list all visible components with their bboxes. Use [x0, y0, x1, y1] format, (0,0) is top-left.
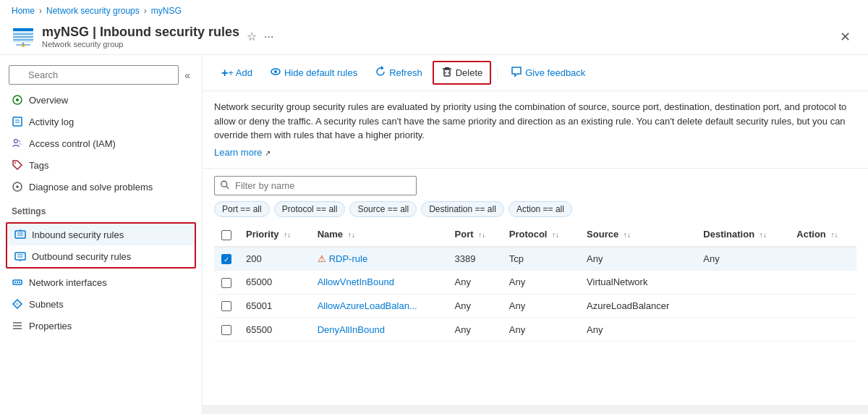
table-row: 65001AllowAzureLoadBalan...AnyAnyAzureLo…	[214, 294, 856, 318]
cell-protocol: Any	[502, 318, 579, 342]
cell-name: ⚠RDP-rule	[310, 247, 448, 271]
cell-port: Any	[448, 294, 502, 318]
content-area: + + Add Hide default rules Refresh Dele	[203, 55, 868, 414]
sidebar-item-overview[interactable]: Overview	[0, 89, 202, 111]
svg-line-44	[226, 186, 229, 189]
table-row: 65000AllowVnetInBoundAnyAnyVirtualNetwor…	[214, 271, 856, 295]
svg-point-37	[274, 70, 277, 73]
sidebar-item-inbound[interactable]: Inbound security rules	[7, 224, 195, 245]
col-header-priority[interactable]: Priority ↑↓	[239, 223, 310, 247]
cell-source: VirtualNetwork	[579, 271, 696, 295]
cell-destination: Any	[696, 247, 789, 271]
sidebar-item-activity-log[interactable]: Activity log	[0, 111, 202, 132]
cell-name: AllowVnetInBound	[310, 271, 448, 295]
filter-tags: Port == all Protocol == all Source == al…	[214, 201, 856, 217]
svg-rect-38	[444, 69, 450, 76]
row-checkbox-0[interactable]	[221, 254, 231, 264]
rules-table: Priority ↑↓ Name ↑↓ Port ↑↓ Protocol	[214, 223, 856, 342]
svg-rect-23	[15, 253, 25, 260]
description-text: Network security group security rules ar…	[214, 100, 856, 143]
sidebar-item-iam[interactable]: Access control (IAM)	[0, 132, 202, 154]
page-subtitle: Network security group	[42, 40, 239, 48]
cell-source: Any	[579, 318, 696, 342]
add-button[interactable]: + + Add	[214, 63, 260, 83]
refresh-icon	[375, 66, 386, 80]
sidebar-collapse-button[interactable]: «	[182, 67, 193, 84]
refresh-button[interactable]: Refresh	[367, 62, 430, 83]
sidebar-item-outbound[interactable]: Outbound security rules	[7, 245, 195, 267]
close-button[interactable]: ✕	[834, 26, 856, 48]
breadcrumb-nsg[interactable]: Network security groups	[46, 6, 140, 16]
filter-search-icon	[220, 179, 230, 192]
feedback-button[interactable]: Give feedback	[503, 62, 592, 83]
cell-action	[789, 271, 856, 295]
breadcrumb-current[interactable]: myNSG	[151, 6, 182, 16]
rule-name-link[interactable]: DenyAllInBound	[318, 324, 385, 335]
settings-group: Inbound security rules Outbound security…	[6, 222, 196, 269]
filter-tag-destination[interactable]: Destination == all	[421, 201, 504, 217]
filter-area: Port == all Protocol == all Source == al…	[203, 169, 868, 223]
svg-rect-19	[15, 231, 25, 238]
cell-action	[789, 318, 856, 342]
sort-destination-icon: ↑↓	[760, 231, 767, 239]
horizontal-scrollbar[interactable]	[203, 405, 868, 414]
tags-icon	[12, 159, 23, 171]
page-header: myNSG | Inbound security rules Network s…	[0, 22, 868, 55]
page-title: myNSG | Inbound security rules	[42, 25, 239, 40]
cell-destination	[696, 271, 789, 295]
sidebar-item-subnets[interactable]: Subnets	[0, 293, 202, 315]
row-checkbox-3[interactable]	[221, 325, 231, 335]
favorite-icon[interactable]: ☆	[247, 30, 257, 43]
row-checkbox-1[interactable]	[221, 278, 231, 288]
search-input[interactable]	[9, 65, 179, 85]
filter-tag-action[interactable]: Action == all	[509, 201, 572, 217]
eye-icon	[270, 66, 281, 80]
table-header-checkbox	[214, 223, 239, 247]
row-checkbox-2[interactable]	[221, 301, 231, 311]
col-header-source[interactable]: Source ↑↓	[579, 223, 696, 247]
svg-rect-1	[13, 28, 33, 31]
outbound-icon	[14, 250, 26, 262]
sort-protocol-icon: ↑↓	[552, 231, 559, 239]
toolbar-separator	[497, 66, 498, 80]
cell-name: DenyAllInBound	[310, 318, 448, 342]
delete-icon	[441, 66, 453, 80]
filter-tag-protocol[interactable]: Protocol == all	[274, 201, 346, 217]
cell-action	[789, 247, 856, 271]
toolbar: + + Add Hide default rules Refresh Dele	[203, 55, 868, 91]
svg-rect-30	[19, 282, 20, 283]
svg-rect-28	[14, 282, 16, 283]
delete-button[interactable]: Delete	[433, 61, 492, 85]
sidebar-item-diagnose[interactable]: Diagnose and solve problems	[0, 176, 202, 198]
sidebar-item-properties[interactable]: Properties	[0, 315, 202, 337]
more-icon[interactable]: ···	[264, 30, 273, 43]
add-icon: +	[221, 67, 228, 80]
rule-name-link[interactable]: RDP-rule	[329, 253, 367, 264]
settings-section-label: Settings	[0, 198, 202, 219]
svg-point-43	[221, 181, 227, 187]
sidebar-item-tags[interactable]: Tags	[0, 154, 202, 176]
breadcrumb-home[interactable]: Home	[12, 6, 35, 16]
cell-priority: 200	[239, 247, 310, 271]
filter-tag-source[interactable]: Source == all	[349, 201, 417, 217]
col-header-action[interactable]: Action ↑↓	[789, 223, 856, 247]
activity-log-icon	[12, 116, 23, 127]
col-header-protocol[interactable]: Protocol ↑↓	[502, 223, 579, 247]
warning-icon: ⚠	[318, 253, 326, 264]
col-header-name[interactable]: Name ↑↓	[310, 223, 448, 247]
filter-input[interactable]	[214, 176, 417, 195]
sidebar-item-network-interfaces[interactable]: Network interfaces	[0, 271, 202, 293]
rule-name-link[interactable]: AllowVnetInBound	[318, 276, 394, 287]
rule-name-link[interactable]: AllowAzureLoadBalan...	[318, 300, 417, 311]
hide-rules-button[interactable]: Hide default rules	[263, 62, 365, 83]
svg-point-15	[14, 162, 16, 164]
select-all-checkbox[interactable]	[221, 230, 231, 240]
subnets-icon	[12, 298, 23, 310]
cell-port: 3389	[448, 247, 502, 271]
breadcrumb: Home › Network security groups › myNSG	[0, 0, 868, 22]
filter-tag-port[interactable]: Port == all	[214, 201, 270, 217]
cell-priority: 65000	[239, 271, 310, 295]
col-header-port[interactable]: Port ↑↓	[448, 223, 502, 247]
col-header-destination[interactable]: Destination ↑↓	[696, 223, 789, 247]
learn-more-link[interactable]: Learn more	[214, 147, 262, 158]
